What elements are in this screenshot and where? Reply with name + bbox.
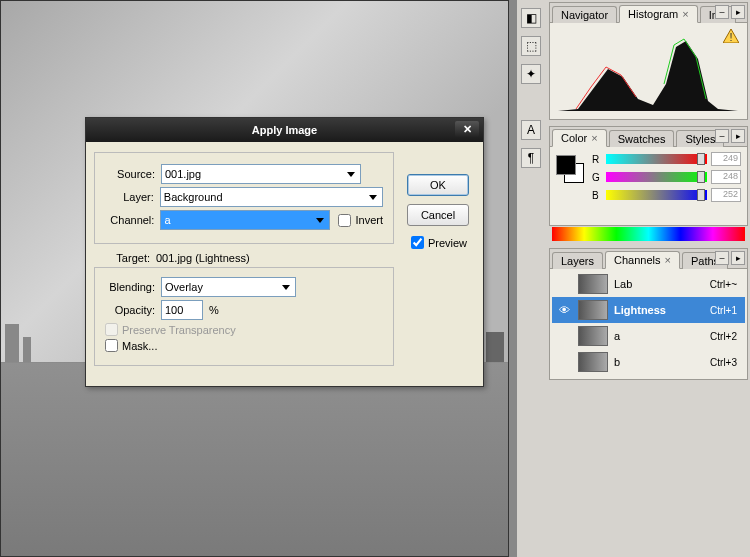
- preserve-label: Preserve Transparency: [122, 324, 236, 336]
- tab-swatches[interactable]: Swatches: [609, 130, 675, 147]
- channel-row[interactable]: bCtrl+3: [552, 349, 745, 375]
- text-icon[interactable]: A: [521, 120, 541, 140]
- channel-row[interactable]: LabCtrl+~: [552, 271, 745, 297]
- channel-name: Lightness: [614, 304, 710, 316]
- slider-label: B: [592, 190, 602, 201]
- channel-thumbnail: [578, 326, 608, 346]
- close-icon[interactable]: ✕: [455, 121, 479, 137]
- target-label: Target:: [98, 252, 150, 264]
- color-slider[interactable]: [606, 154, 707, 164]
- panel-minimize-icon[interactable]: –: [715, 129, 729, 143]
- channel-shortcut: Ctrl+1: [710, 305, 737, 316]
- opacity-label: Opacity:: [105, 304, 155, 316]
- channel-thumbnail: [578, 300, 608, 320]
- panel-menu-icon[interactable]: ▸: [731, 5, 745, 19]
- panels-column: ◧ ⬚ ✦ A ¶ Navigator Histogram× Info –▸ !…: [517, 0, 750, 557]
- tab-color[interactable]: Color×: [552, 129, 607, 147]
- close-icon[interactable]: ×: [665, 254, 671, 266]
- close-icon[interactable]: ×: [682, 8, 688, 20]
- info-icon[interactable]: ✦: [521, 64, 541, 84]
- source-select[interactable]: 001.jpg: [161, 164, 361, 184]
- preview-label: Preview: [428, 237, 467, 249]
- slider-value[interactable]: 248: [711, 170, 741, 184]
- histogram-chart: [558, 29, 738, 111]
- channel-shortcut: Ctrl+~: [710, 279, 737, 290]
- target-value: 001.jpg (Lightness): [156, 252, 250, 264]
- color-slider[interactable]: [606, 190, 707, 200]
- channels-panel: Layers Channels× Paths –▸ LabCtrl+~👁Ligh…: [549, 248, 748, 380]
- paragraph-icon[interactable]: ¶: [521, 148, 541, 168]
- panel-menu-icon[interactable]: ▸: [731, 129, 745, 143]
- hue-ramp[interactable]: [552, 227, 745, 241]
- channel-thumbnail: [578, 352, 608, 372]
- tab-navigator[interactable]: Navigator: [552, 6, 617, 23]
- slider-label: R: [592, 154, 602, 165]
- apply-image-dialog: Apply Image ✕ Source: 001.jpg Layer: Bac…: [85, 117, 484, 387]
- tab-channels[interactable]: Channels×: [605, 251, 680, 269]
- slider-label: G: [592, 172, 602, 183]
- channel-name: Lab: [614, 278, 710, 290]
- channel-shortcut: Ctrl+2: [710, 331, 737, 342]
- ok-button[interactable]: OK: [407, 174, 469, 196]
- histogram-icon[interactable]: ⬚: [521, 36, 541, 56]
- dialog-title: Apply Image: [252, 124, 317, 136]
- color-panel: Color× Swatches Styles –▸ R249G248B252: [549, 126, 748, 226]
- mask-label: Mask...: [122, 340, 157, 352]
- warning-icon[interactable]: !: [723, 29, 739, 43]
- svg-marker-0: [558, 41, 738, 111]
- cancel-button[interactable]: Cancel: [407, 204, 469, 226]
- layer-label: Layer:: [105, 191, 154, 203]
- panel-menu-icon[interactable]: ▸: [731, 251, 745, 265]
- blending-select[interactable]: Overlay: [161, 277, 296, 297]
- preview-checkbox[interactable]: [411, 236, 424, 249]
- invert-label: Invert: [355, 214, 383, 226]
- visibility-icon[interactable]: 👁: [556, 304, 572, 316]
- opacity-suffix: %: [209, 304, 219, 316]
- layer-select[interactable]: Background: [160, 187, 383, 207]
- source-label: Source:: [105, 168, 155, 180]
- color-swatch[interactable]: [556, 155, 586, 185]
- blending-label: Blending:: [105, 281, 155, 293]
- slider-value[interactable]: 249: [711, 152, 741, 166]
- navigator-icon[interactable]: ◧: [521, 8, 541, 28]
- dialog-titlebar[interactable]: Apply Image ✕: [86, 118, 483, 142]
- channel-row[interactable]: aCtrl+2: [552, 323, 745, 349]
- mask-checkbox[interactable]: [105, 339, 118, 352]
- histogram-panel: Navigator Histogram× Info –▸ !: [549, 2, 748, 120]
- channel-label: Channel:: [105, 214, 154, 226]
- channel-name: b: [614, 356, 710, 368]
- tab-layers[interactable]: Layers: [552, 252, 603, 269]
- panel-minimize-icon[interactable]: –: [715, 5, 729, 19]
- opacity-input[interactable]: [161, 300, 203, 320]
- channel-name: a: [614, 330, 710, 342]
- slider-value[interactable]: 252: [711, 188, 741, 202]
- preserve-checkbox: [105, 323, 118, 336]
- channel-shortcut: Ctrl+3: [710, 357, 737, 368]
- color-slider[interactable]: [606, 172, 707, 182]
- channel-select[interactable]: a: [160, 210, 330, 230]
- channel-thumbnail: [578, 274, 608, 294]
- dock-toolbar: ◧ ⬚ ✦ A ¶: [517, 0, 545, 168]
- invert-checkbox[interactable]: [338, 214, 351, 227]
- tab-histogram[interactable]: Histogram×: [619, 5, 698, 23]
- channel-row[interactable]: 👁LightnessCtrl+1: [552, 297, 745, 323]
- close-icon[interactable]: ×: [591, 132, 597, 144]
- svg-text:!: !: [729, 31, 732, 43]
- panel-minimize-icon[interactable]: –: [715, 251, 729, 265]
